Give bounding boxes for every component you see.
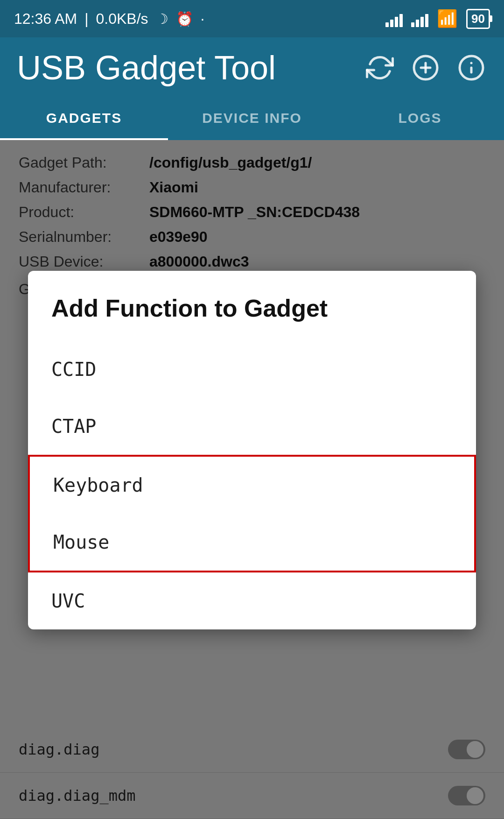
- tab-device-info[interactable]: DEVICE INFO: [168, 98, 336, 140]
- refresh-icon[interactable]: [364, 52, 396, 84]
- dialog-item-ccid-label: CCID: [51, 359, 96, 380]
- signal-bar: [399, 14, 403, 27]
- signal-bar: [395, 17, 398, 27]
- tab-gadgets[interactable]: GADGETS: [0, 98, 168, 140]
- dialog-item-ctap-label: CTAP: [51, 416, 96, 437]
- dialog-item-uvc[interactable]: UVC: [28, 572, 476, 629]
- tab-device-info-label: DEVICE INFO: [202, 110, 302, 126]
- status-bar: 12:36 AM | 0.0KB/s ☽ ⏰ · 📶 90: [0, 0, 504, 37]
- tab-logs-label: LOGS: [398, 110, 441, 126]
- signal-bars-1: [385, 10, 403, 27]
- status-bar-left: 12:36 AM | 0.0KB/s ☽ ⏰ ·: [14, 10, 204, 28]
- main-content: Gadget Path: /config/usb_gadget/g1/ Manu…: [0, 140, 504, 819]
- add-function-icon[interactable]: [410, 52, 441, 84]
- network-speed: 0.0KB/s: [96, 10, 148, 28]
- dialog-item-keyboard-label: Keyboard: [53, 474, 143, 496]
- signal-bar: [411, 22, 414, 27]
- dot-indicator: ·: [201, 10, 205, 28]
- battery-indicator: 90: [466, 9, 490, 29]
- app-bar-actions: [364, 52, 487, 84]
- signal-bar: [416, 20, 419, 27]
- tab-gadgets-label: GADGETS: [46, 110, 122, 126]
- highlighted-group: Keyboard Mouse: [28, 455, 476, 572]
- app-title: USB Gadget Tool: [17, 49, 276, 87]
- app-bar: USB Gadget Tool: [0, 37, 504, 98]
- tabs-bar: GADGETS DEVICE INFO LOGS: [0, 98, 504, 140]
- dialog-item-keyboard[interactable]: Keyboard: [30, 457, 474, 514]
- moon-icon: ☽: [156, 11, 168, 27]
- dialog-item-ctap[interactable]: CTAP: [28, 398, 476, 455]
- add-function-dialog: Add Function to Gadget CCID CTAP Keyboar…: [28, 271, 476, 629]
- info-icon[interactable]: [455, 52, 487, 84]
- dialog-item-ccid[interactable]: CCID: [28, 341, 476, 398]
- dialog-title: Add Function to Gadget: [28, 271, 476, 341]
- signal-bar: [420, 17, 424, 27]
- signal-bar: [385, 22, 389, 27]
- separator: |: [84, 10, 88, 28]
- wifi-icon: 📶: [437, 9, 458, 28]
- alarm-icon: ⏰: [176, 11, 193, 27]
- time-display: 12:36 AM: [14, 10, 77, 28]
- battery-level: 90: [471, 12, 485, 26]
- signal-bar: [425, 14, 428, 27]
- status-bar-right: 📶 90: [385, 9, 490, 29]
- signal-bar: [390, 20, 393, 27]
- dialog-item-mouse-label: Mouse: [53, 531, 109, 553]
- dialog-item-mouse[interactable]: Mouse: [30, 514, 474, 571]
- dialog-item-uvc-label: UVC: [51, 590, 85, 612]
- signal-bars-2: [411, 10, 428, 27]
- tab-logs[interactable]: LOGS: [336, 98, 504, 140]
